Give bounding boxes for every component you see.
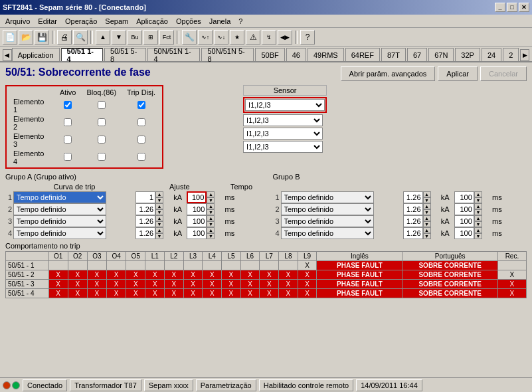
curve-a1[interactable]: Tempo definido xyxy=(13,191,106,203)
advanced-params-button[interactable]: Abrir parâm. avançados xyxy=(341,66,436,81)
ajuste-up-a3[interactable]: ▲ xyxy=(155,215,163,221)
tempo-val-b3[interactable]: ▲ ▼ xyxy=(454,215,491,227)
close-button[interactable]: ✕ xyxy=(519,3,529,12)
minimize-button[interactable]: _ xyxy=(495,3,505,12)
ajuste-val-b1[interactable]: ▲ ▼ xyxy=(403,191,440,203)
sensor-select-4[interactable]: I1,I2,I3 xyxy=(243,141,323,153)
tool1[interactable]: Bu xyxy=(128,30,142,45)
menu-aplicacao[interactable]: Aplicação xyxy=(132,16,172,27)
search-button[interactable]: 🔍 xyxy=(73,30,88,45)
download-button[interactable]: ▼ xyxy=(112,30,126,45)
tempo-down-a2[interactable]: ▼ xyxy=(207,209,215,215)
element-4-bloq[interactable] xyxy=(81,149,122,166)
tool3[interactable]: ∿↑ xyxy=(198,30,213,45)
tab-49rms[interactable]: 49RMS xyxy=(308,48,344,61)
ajuste-input-a3[interactable] xyxy=(135,215,155,227)
curve-select-b3[interactable]: Tempo definido xyxy=(281,215,403,227)
tempo-up-a2[interactable]: ▲ xyxy=(207,203,215,209)
tab-50bf[interactable]: 50BF xyxy=(255,48,284,61)
tab-64ref[interactable]: 64REF xyxy=(345,48,380,61)
tempo-down-b3[interactable]: ▼ xyxy=(474,221,482,227)
ajuste-input-b4[interactable] xyxy=(403,227,423,239)
tempo-up-b1[interactable]: ▲ xyxy=(474,191,482,197)
sensor-select-2[interactable]: I1,I2,I3 xyxy=(243,114,323,126)
ajuste-val-b3[interactable]: ▲ ▼ xyxy=(403,215,440,227)
tempo-input-a4[interactable] xyxy=(187,227,207,239)
ajuste-input-a1[interactable] xyxy=(135,191,155,203)
tempo-down-b1[interactable]: ▼ xyxy=(474,197,482,203)
tab-5051-1-4[interactable]: 50/51 1-4 xyxy=(61,48,103,61)
tempo-up-a4[interactable]: ▲ xyxy=(207,227,215,233)
tempo-input-b1[interactable] xyxy=(454,191,474,203)
tempo-val-b2[interactable]: ▲ ▼ xyxy=(454,203,491,215)
curve-a4[interactable]: Tempo definido xyxy=(13,227,106,239)
tab-50n51n-5-8[interactable]: 50N/51N 5-8 xyxy=(201,48,254,61)
print-button[interactable]: 🖨 xyxy=(57,30,72,45)
ajuste-val-a1[interactable]: ▲ ▼ xyxy=(135,191,172,203)
ajuste-up-a1[interactable]: ▲ xyxy=(155,191,163,197)
element-3-bloq[interactable] xyxy=(81,132,122,149)
ajuste-up-b1[interactable]: ▲ xyxy=(423,191,431,197)
curve-b2[interactable]: Tempo definido xyxy=(281,203,374,215)
element-4-ativo[interactable] xyxy=(54,149,81,166)
warning-button[interactable]: ⚠ xyxy=(246,30,260,45)
menu-sepam[interactable]: Sepam xyxy=(101,16,132,27)
tempo-val-b1[interactable]: ▲ ▼ xyxy=(454,191,491,203)
tempo-down-a3[interactable]: ▼ xyxy=(207,221,215,227)
tempo-val-a2[interactable]: ▲ ▼ xyxy=(187,203,223,215)
element-1-bloq[interactable] xyxy=(81,97,122,114)
element-1-trip[interactable] xyxy=(122,97,161,114)
ajuste-down-a4[interactable]: ▼ xyxy=(155,233,163,239)
sensor-select-1[interactable]: I1,I2,I3 xyxy=(245,99,325,111)
element-2-ativo[interactable] xyxy=(54,114,81,132)
tempo-val-a3[interactable]: ▲ ▼ xyxy=(187,215,223,227)
element-2-trip[interactable] xyxy=(122,114,161,132)
curve-b1[interactable]: Tempo definido xyxy=(281,191,374,203)
tab-5051-5-8[interactable]: 50/51 5-8 xyxy=(104,48,146,61)
sensor-select-3[interactable]: I1,I2,I3 xyxy=(243,128,323,140)
curve-b3[interactable]: Tempo definido xyxy=(281,215,374,227)
tempo-down-b4[interactable]: ▼ xyxy=(474,233,482,239)
tempo-down-b2[interactable]: ▼ xyxy=(474,209,482,215)
curve-select-a1[interactable]: Tempo definido xyxy=(13,191,135,203)
ajuste-up-a2[interactable]: ▲ xyxy=(155,203,163,209)
save-button[interactable]: 💾 xyxy=(35,30,49,45)
ajuste-val-a3[interactable]: ▲ ▼ xyxy=(135,215,172,227)
tempo-up-b3[interactable]: ▲ xyxy=(474,215,482,221)
ajuste-input-b1[interactable] xyxy=(403,191,423,203)
menu-help[interactable]: ? xyxy=(234,16,246,27)
ajuste-val-b4[interactable]: ▲ ▼ xyxy=(403,227,440,239)
sensor-row-4[interactable]: I1,I2,I3 xyxy=(243,141,327,153)
fct-button[interactable]: Fct xyxy=(159,30,174,45)
ajuste-val-a2[interactable]: ▲ ▼ xyxy=(135,203,172,215)
help-button[interactable]: ? xyxy=(300,30,315,45)
element-2-bloq[interactable] xyxy=(81,114,122,132)
tempo-input-b3[interactable] xyxy=(454,215,474,227)
tab-application[interactable]: Application xyxy=(12,48,60,61)
tool6[interactable]: ↯ xyxy=(262,30,276,45)
sensor-row-2[interactable]: I1,I2,I3 xyxy=(243,114,327,126)
ajuste-down-b2[interactable]: ▼ xyxy=(423,209,431,215)
tab-24[interactable]: 24 xyxy=(482,48,501,61)
element-3-trip[interactable] xyxy=(122,132,161,149)
ajuste-down-b3[interactable]: ▼ xyxy=(423,221,431,227)
ajuste-down-a1[interactable]: ▼ xyxy=(155,197,163,203)
ajuste-input-b3[interactable] xyxy=(403,215,423,227)
tempo-input-b2[interactable] xyxy=(454,203,474,215)
tempo-input-a3[interactable] xyxy=(187,215,207,227)
tool2[interactable]: ⊞ xyxy=(143,30,158,45)
ajuste-up-a4[interactable]: ▲ xyxy=(155,227,163,233)
wrench-button[interactable]: 🔧 xyxy=(182,30,197,45)
sensor-row-3[interactable]: I1,I2,I3 xyxy=(243,128,327,140)
tempo-val-b4[interactable]: ▲ ▼ xyxy=(454,227,491,239)
tab-46[interactable]: 46 xyxy=(286,48,306,61)
ajuste-up-b4[interactable]: ▲ xyxy=(423,227,431,233)
open-button[interactable]: 📂 xyxy=(19,30,33,45)
new-button[interactable]: 📄 xyxy=(3,30,17,45)
curve-b4[interactable]: Tempo definido xyxy=(281,227,374,239)
element-4-trip[interactable] xyxy=(122,149,161,166)
curve-select-b4[interactable]: Tempo definido xyxy=(281,227,403,239)
menu-opcoes[interactable]: Opções xyxy=(172,16,205,27)
tab-50n51n-1-4[interactable]: 50N/51N 1-4 xyxy=(147,48,200,61)
curve-a2[interactable]: Tempo definido xyxy=(13,203,106,215)
